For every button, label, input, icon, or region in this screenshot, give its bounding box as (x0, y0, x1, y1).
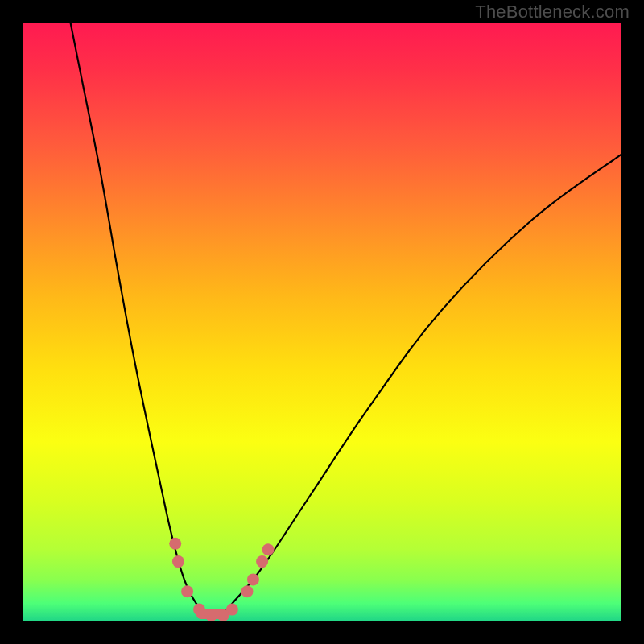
highlight-marker (169, 538, 181, 550)
highlight-marker (262, 543, 275, 555)
watermark-text: TheBottleneck.com (475, 2, 630, 23)
curve-layer (23, 23, 621, 621)
highlight-flat-segment (196, 609, 229, 619)
highlight-marker (247, 573, 259, 585)
highlight-marker (256, 555, 268, 568)
highlight-marker (172, 555, 184, 568)
highlight-marker (181, 585, 193, 597)
bottleneck-curve (71, 23, 621, 617)
highlight-marker (242, 585, 254, 597)
outer-frame: TheBottleneck.com (0, 0, 644, 644)
plot-area (23, 23, 621, 621)
